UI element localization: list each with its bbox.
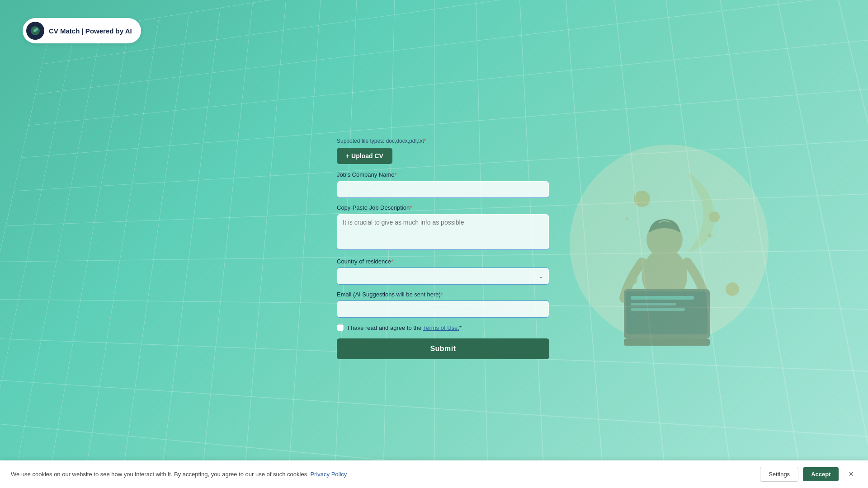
cookie-text: We use cookies on our website to see how… <box>11 471 751 478</box>
company-name-group: Job's Company Name* <box>337 171 549 198</box>
email-required: * <box>441 291 443 298</box>
email-group: Email (AI Suggestions will be sent here)… <box>337 291 549 318</box>
terms-link[interactable]: Terms of Use. <box>423 324 459 331</box>
country-select[interactable]: United States United Kingdom Canada Aust… <box>337 267 549 285</box>
upload-section: Suppoted file types: doc,docx,pdf,txt* +… <box>337 138 549 164</box>
company-name-input[interactable] <box>337 181 549 198</box>
submit-button[interactable]: Submit <box>337 338 549 359</box>
terms-checkbox[interactable] <box>337 324 344 331</box>
logo-icon <box>26 22 44 40</box>
terms-row: I have read and agree to the Terms of Us… <box>337 324 549 331</box>
job-description-label: Copy-Paste Job Description* <box>337 204 549 211</box>
svg-point-1 <box>35 28 38 31</box>
email-label: Email (AI Suggestions will be sent here)… <box>337 291 549 298</box>
file-types-label: Suppoted file types: doc,docx,pdf,txt* <box>337 138 549 144</box>
cookie-close-button[interactable]: × <box>845 468 857 481</box>
terms-label: I have read and agree to the Terms of Us… <box>348 324 462 331</box>
cookie-accept-button[interactable]: Accept <box>803 467 839 481</box>
job-description-group: Copy-Paste Job Description* <box>337 204 549 252</box>
country-group: Country of residence* United States Unit… <box>337 258 549 285</box>
cookie-banner: We use cookies on our website to see how… <box>0 460 868 488</box>
logo-bar: CV Match | Powered by AI <box>23 18 141 43</box>
email-input[interactable] <box>337 300 549 318</box>
cookie-settings-button[interactable]: Settings <box>760 467 798 482</box>
company-name-required: * <box>394 171 396 178</box>
cookie-buttons: Settings Accept × <box>760 467 857 482</box>
header: CV Match | Powered by AI <box>23 18 141 43</box>
logo-text: CV Match | Powered by AI <box>49 27 132 35</box>
country-select-wrapper: United States United Kingdom Canada Aust… <box>337 267 549 285</box>
upload-cv-button[interactable]: + Upload CV <box>337 148 392 164</box>
job-description-textarea[interactable] <box>337 214 549 250</box>
privacy-policy-link[interactable]: Privacy Policy <box>310 471 347 478</box>
job-description-required: * <box>410 204 412 211</box>
country-required: * <box>391 258 393 265</box>
main-content: Suppoted file types: doc,docx,pdf,txt* +… <box>0 0 868 488</box>
form-container: Suppoted file types: doc,docx,pdf,txt* +… <box>337 138 549 359</box>
company-name-label: Job's Company Name* <box>337 171 549 178</box>
file-types-required: * <box>424 138 426 144</box>
country-label: Country of residence* <box>337 258 549 265</box>
